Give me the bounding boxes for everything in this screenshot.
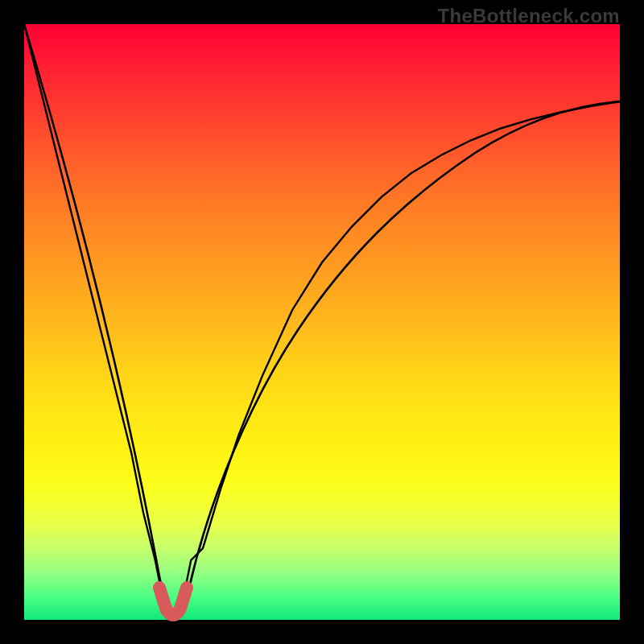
watermark-text: TheBottleneck.com xyxy=(438,5,620,27)
outer-frame: TheBottleneck.com xyxy=(0,0,644,644)
curve-path-smooth xyxy=(24,24,620,617)
highlight-u xyxy=(159,588,187,615)
bottleneck-curve xyxy=(24,24,620,620)
curve-path xyxy=(24,24,620,614)
plot-area xyxy=(24,24,620,620)
